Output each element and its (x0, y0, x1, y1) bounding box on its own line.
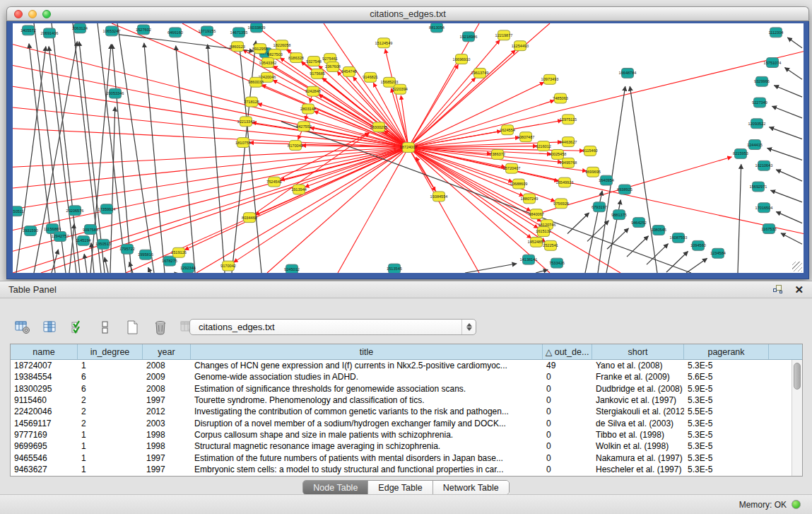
graph-node[interactable]: 8938925 (617, 185, 632, 194)
graph-node[interactable]: 15751074 (764, 58, 782, 68)
graph-node[interactable]: 17359924 (98, 204, 116, 214)
graph-node[interactable]: 1080545 (651, 226, 666, 235)
graph-node[interactable]: 16648784 (619, 68, 637, 78)
table-row[interactable]: 977716911998Corpus callosum shape and si… (11, 429, 792, 440)
graph-node[interactable]: 9115460 (582, 146, 597, 156)
graph-node[interactable]: 8170041 (288, 141, 303, 151)
graph-node[interactable]: 9860033 (248, 77, 264, 87)
graph-node[interactable]: 18807249 (521, 194, 539, 204)
network-window-titlebar[interactable]: citations_edges.txt (6, 6, 809, 21)
table-row[interactable]: 911546021997Tourette syndrome. Phenomeno… (11, 395, 792, 406)
graph-node[interactable]: 12213343 (237, 117, 255, 127)
graph-node[interactable]: 1405572 (20, 25, 36, 35)
graph-node[interactable]: 16696910 (453, 54, 471, 64)
column-header-2[interactable]: year (143, 344, 191, 359)
graph-node[interactable]: 2063124 (72, 23, 88, 33)
table-row[interactable]: 1938455462009Genome-wide association stu… (11, 371, 792, 382)
graph-node[interactable]: 2367608 (325, 62, 341, 72)
column-header-0[interactable]: name (11, 344, 78, 359)
graph-node[interactable]: 1112304 (769, 28, 784, 37)
graph-node[interactable]: 10807487 (517, 132, 535, 142)
graph-node[interactable]: 12942757 (52, 231, 69, 241)
graph-node[interactable]: 9227349 (752, 98, 767, 107)
graph-node[interactable]: 1995816 (138, 250, 153, 259)
float-panel-icon[interactable] (773, 285, 783, 294)
network-canvas[interactable]: 1405572206914062063124106532471527602646… (13, 23, 804, 273)
graph-node[interactable]: 9097588 (83, 225, 98, 235)
graph-node[interactable]: 1810755 (235, 138, 251, 148)
graph-node[interactable]: 14671355 (230, 28, 248, 37)
graph-node[interactable]: 1913944 (291, 185, 307, 194)
graph-node[interactable]: 1350513 (95, 239, 111, 249)
column-header-1[interactable]: in_degree (78, 344, 143, 359)
graph-node[interactable]: 1167533 (761, 224, 776, 234)
graph-node[interactable]: 12975115 (560, 115, 577, 124)
graph-node[interactable]: 6466160 (167, 28, 183, 37)
graph-node[interactable]: 18226058 (273, 40, 291, 50)
table-selector-dropdown[interactable]: citations_edges.txt (189, 319, 476, 335)
close-panel-icon[interactable]: ✕ (794, 284, 804, 295)
table-row[interactable]: 2242004622012Investigating the contribut… (11, 406, 792, 417)
graph-node[interactable]: 1640954 (599, 175, 614, 185)
graph-node[interactable]: 1527602 (136, 25, 151, 35)
graph-node[interactable]: 10543362 (259, 58, 277, 68)
column-chooser-icon[interactable] (42, 319, 59, 336)
column-header-3[interactable]: title (191, 344, 543, 359)
graph-node[interactable]: 8860123 (230, 42, 245, 52)
graph-node[interactable]: 19218986 (460, 32, 478, 42)
graph-node[interactable]: 10719155 (199, 26, 216, 36)
delete-column-icon[interactable] (152, 319, 169, 336)
graph-node[interactable]: 1094560 (690, 240, 706, 250)
column-header-4[interactable]: △ out_de... (543, 344, 592, 359)
graph-node[interactable]: 20053346 (107, 88, 124, 98)
graph-node[interactable]: 10973493 (541, 74, 559, 84)
graph-node[interactable]: 1292344 (180, 263, 196, 273)
table-scrollbar[interactable] (792, 360, 802, 476)
tab-node-table[interactable]: Node Table (303, 481, 368, 494)
graph-node[interactable]: 9245012 (284, 264, 300, 273)
graph-node[interactable]: 1234584 (710, 248, 726, 258)
graph-node[interactable]: 16210643 (755, 160, 773, 170)
graph-node[interactable]: 1513545 (387, 264, 402, 273)
graph-node[interactable]: 8454749 (341, 66, 357, 76)
graph-node[interactable]: 1145194 (76, 235, 90, 245)
column-header-5[interactable]: short (592, 344, 684, 359)
graph-node[interactable]: 8813054 (429, 23, 445, 33)
graph-node[interactable]: 1624554 (500, 125, 515, 135)
graph-node[interactable]: 20691406 (41, 28, 59, 38)
graph-node[interactable]: 16033809 (248, 23, 266, 33)
scrollbar-thumb[interactable] (794, 363, 801, 390)
graph-node[interactable]: 3931590 (23, 226, 38, 236)
graph-node[interactable]: 9327548 (306, 57, 322, 66)
graph-node[interactable]: 1615132 (536, 227, 551, 237)
graph-node[interactable]: 9464252 (631, 218, 647, 228)
graph-node[interactable]: 2803144 (300, 104, 316, 114)
graph-node[interactable]: 8220394 (392, 84, 408, 94)
graph-node[interactable]: 15124549 (375, 38, 393, 48)
graph-node[interactable]: 16549923 (556, 177, 574, 187)
table-row[interactable]: 946554611997Estimation of the future num… (11, 452, 792, 463)
graph-node[interactable]: 10653247 (103, 26, 121, 36)
graph-node[interactable]: 1795722 (119, 244, 135, 254)
graph-node[interactable]: 15692971 (750, 182, 767, 192)
row-height-icon[interactable] (97, 319, 114, 336)
graph-node[interactable]: 7485063 (553, 93, 568, 103)
graph-node[interactable]: 8912955 (252, 44, 268, 54)
tab-network-table[interactable]: Network Table (433, 481, 509, 494)
graph-node[interactable]: 9699695 (585, 167, 601, 177)
graph-node[interactable]: 7533426 (549, 258, 565, 268)
graph-node[interactable]: 9175685 (310, 69, 325, 78)
graph-node[interactable]: 14138141 (520, 255, 538, 264)
graph-node[interactable]: 1244415 (747, 140, 763, 150)
graph-node[interactable]: 20206576 (66, 206, 84, 216)
graph-node[interactable]: 9170042 (220, 261, 236, 271)
select-all-icon[interactable] (69, 319, 86, 336)
table-settings-icon[interactable] (14, 319, 31, 336)
graph-node[interactable]: 8150511 (13, 206, 24, 216)
table-row[interactable]: 946362711997Embryonic stem cells: a mode… (11, 464, 792, 475)
table-row[interactable]: 1456911722003Disruption of a novel membe… (11, 417, 792, 428)
graph-node[interactable]: 8034460 (242, 213, 257, 223)
graph-node[interactable]: 10688609 (510, 179, 528, 189)
graph-node[interactable]: 16087593 (670, 233, 688, 243)
graph-node[interactable]: 6793197 (592, 202, 607, 212)
